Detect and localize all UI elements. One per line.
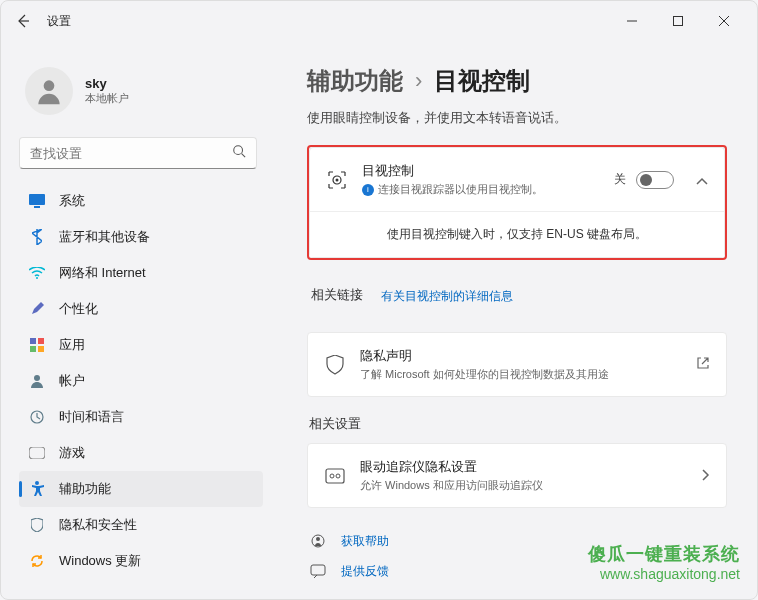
svg-point-4 — [44, 80, 55, 91]
related-settings-header: 相关设置 — [309, 415, 727, 433]
back-arrow-icon — [15, 13, 31, 29]
nav-label: 系统 — [59, 192, 85, 210]
nav-privacy[interactable]: 隐私和安全性 — [19, 507, 263, 543]
nav-label: 游戏 — [59, 444, 85, 462]
nav-apps[interactable]: 应用 — [19, 327, 263, 363]
eye-control-toggle[interactable] — [636, 171, 674, 189]
nav-gaming[interactable]: 游戏 — [19, 435, 263, 471]
back-button[interactable] — [11, 9, 35, 33]
nav-label: 辅助功能 — [59, 480, 111, 498]
help-icon — [309, 532, 327, 550]
svg-rect-8 — [34, 206, 40, 208]
breadcrumb-separator: › — [415, 68, 422, 94]
svg-point-23 — [316, 537, 320, 541]
related-links-header: 相关链接 — [311, 286, 363, 304]
sidebar: sky 本地帐户 系统 蓝牙和其他设备 网络和 Internet 个性化 应用 … — [1, 41, 271, 599]
nav-label: 个性化 — [59, 300, 98, 318]
shield-icon — [324, 354, 346, 376]
titlebar: 设置 — [1, 1, 757, 41]
system-icon — [29, 193, 45, 209]
bluetooth-icon — [29, 229, 45, 245]
nav-label: 帐户 — [59, 372, 85, 390]
chevron-right-icon — [702, 469, 710, 481]
minimize-button[interactable] — [609, 5, 655, 37]
nav-network[interactable]: 网络和 Internet — [19, 255, 263, 291]
tracker-desc: 允许 Windows 和应用访问眼动追踪仪 — [360, 478, 680, 493]
get-help-link[interactable]: 获取帮助 — [307, 526, 727, 556]
clock-icon — [29, 409, 45, 425]
user-type: 本地帐户 — [85, 91, 129, 106]
wifi-icon — [29, 265, 45, 281]
nav-accounts[interactable]: 帐户 — [19, 363, 263, 399]
expand-chevron[interactable] — [696, 171, 708, 189]
window-title: 设置 — [47, 13, 71, 30]
toggle-label: 关 — [614, 171, 626, 188]
breadcrumb-parent[interactable]: 辅助功能 — [307, 65, 403, 97]
highlight-box: 目视控制 i 连接目视跟踪器以使用目视控制。 关 — [307, 145, 727, 260]
privacy-title: 隐私声明 — [360, 347, 682, 365]
main-content: 辅助功能 › 目视控制 使用眼睛控制设备，并使用文本转语音说话。 目视控制 i — [271, 41, 757, 599]
nav-label: 隐私和安全性 — [59, 516, 137, 534]
search-icon — [232, 144, 246, 162]
nav-bluetooth[interactable]: 蓝牙和其他设备 — [19, 219, 263, 255]
maximize-button[interactable] — [655, 5, 701, 37]
nav-windows-update[interactable]: Windows 更新 — [19, 543, 263, 579]
svg-rect-24 — [311, 565, 325, 575]
maximize-icon — [673, 16, 683, 26]
svg-point-21 — [336, 474, 340, 478]
avatar — [25, 67, 73, 115]
nav-label: 时间和语言 — [59, 408, 124, 426]
eye-tracker-privacy-row[interactable]: 眼动追踪仪隐私设置 允许 Windows 和应用访问眼动追踪仪 — [308, 444, 726, 507]
nav-accessibility[interactable]: 辅助功能 — [19, 471, 263, 507]
feedback-icon — [309, 562, 327, 580]
close-icon — [719, 16, 729, 26]
page-subtitle: 使用眼睛控制设备，并使用文本转语音说话。 — [307, 109, 727, 127]
search-box[interactable] — [19, 137, 257, 169]
nav-time-language[interactable]: 时间和语言 — [19, 399, 263, 435]
user-info[interactable]: sky 本地帐户 — [11, 51, 271, 131]
nav-system[interactable]: 系统 — [19, 183, 263, 219]
nav-personalization[interactable]: 个性化 — [19, 291, 263, 327]
eye-control-note: 使用目视控制键入时，仅支持 EN-US 键盘布局。 — [310, 212, 724, 257]
privacy-desc: 了解 Microsoft 如何处理你的目视控制数据及其用途 — [360, 367, 682, 382]
eye-control-desc: 连接目视跟踪器以使用目视控制。 — [378, 182, 543, 197]
feedback-link[interactable]: 提供反馈 — [307, 556, 727, 586]
svg-point-18 — [336, 178, 339, 181]
svg-rect-11 — [38, 338, 44, 344]
privacy-statement-row[interactable]: 隐私声明 了解 Microsoft 如何处理你的目视控制数据及其用途 — [308, 333, 726, 396]
accessibility-icon — [29, 481, 45, 497]
eye-control-row[interactable]: 目视控制 i 连接目视跟踪器以使用目视控制。 关 — [310, 148, 724, 212]
eye-icon — [326, 169, 348, 191]
nav-list: 系统 蓝牙和其他设备 网络和 Internet 个性化 应用 帐户 时间和语言 … — [11, 179, 271, 589]
svg-rect-7 — [29, 194, 45, 205]
user-name: sky — [85, 76, 129, 91]
person-icon — [29, 373, 45, 389]
svg-point-9 — [36, 277, 38, 279]
tracker-icon — [324, 465, 346, 487]
svg-point-5 — [234, 146, 243, 155]
nav-label: 网络和 Internet — [59, 264, 146, 282]
breadcrumb: 辅助功能 › 目视控制 — [307, 65, 727, 97]
eye-control-title: 目视控制 — [362, 162, 600, 180]
close-button[interactable] — [701, 5, 747, 37]
external-link-icon — [696, 356, 710, 374]
related-link[interactable]: 有关目视控制的详细信息 — [381, 288, 513, 305]
update-icon — [29, 553, 45, 569]
svg-point-20 — [330, 474, 334, 478]
svg-rect-13 — [38, 346, 44, 352]
chevron-up-icon — [696, 177, 708, 185]
minimize-icon — [627, 16, 637, 26]
svg-point-16 — [35, 481, 39, 485]
shield-icon — [29, 517, 45, 533]
nav-label: 蓝牙和其他设备 — [59, 228, 150, 246]
apps-icon — [29, 337, 45, 353]
search-input[interactable] — [30, 146, 232, 161]
svg-rect-19 — [326, 469, 344, 483]
person-icon — [33, 75, 65, 107]
svg-point-14 — [34, 375, 40, 381]
nav-label: 应用 — [59, 336, 85, 354]
svg-rect-10 — [30, 338, 36, 344]
feedback-label: 提供反馈 — [341, 563, 389, 580]
game-icon — [29, 445, 45, 461]
nav-chevron — [702, 467, 710, 485]
